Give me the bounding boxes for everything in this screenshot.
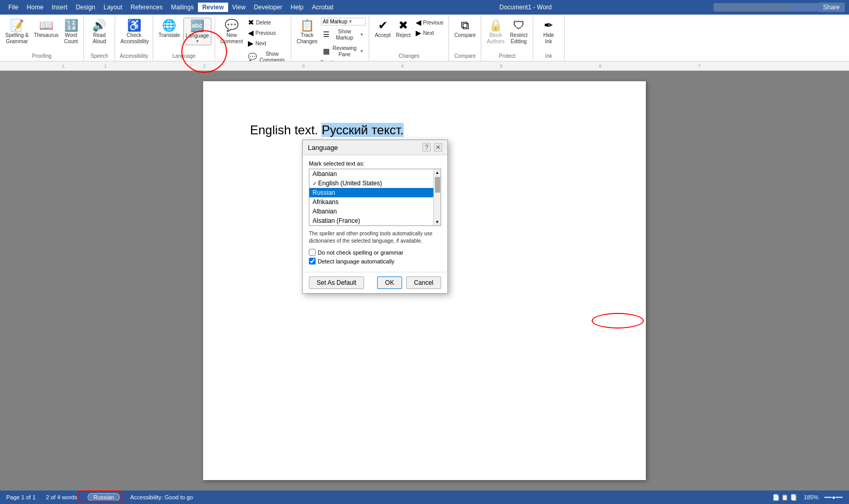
dialog-body: Mark selected text as: Albanian English … [303, 155, 447, 272]
set-as-default-button[interactable]: Set As Default [309, 276, 364, 289]
lang-item-albanian[interactable]: Albanian [309, 207, 441, 216]
lang-item-albanian-top[interactable]: Albanian [309, 169, 441, 179]
do-not-check-input[interactable] [309, 249, 316, 256]
dialog-title: Language [308, 144, 338, 152]
language-scrollbar[interactable]: ▲ ▼ [433, 169, 441, 225]
dialog-info-text: The speller and other proofing tools aut… [309, 230, 441, 245]
scroll-down-arrow[interactable]: ▼ [434, 219, 441, 225]
detect-language-label: Detect language automatically [318, 258, 394, 264]
dialog-controls: ? ✕ [422, 143, 442, 152]
dialog-close-button[interactable]: ✕ [434, 143, 442, 152]
ok-button[interactable]: OK [377, 276, 402, 289]
do-not-check-spelling-checkbox[interactable]: Do not check spelling or grammar [309, 249, 441, 256]
lang-item-russian[interactable]: Russian [309, 188, 441, 197]
scroll-up-arrow[interactable]: ▲ [434, 169, 441, 176]
language-dialog: Language ? ✕ Mark selected text as: Alba… [302, 140, 448, 294]
cancel-button[interactable]: Cancel [406, 276, 441, 289]
dialog-help-button[interactable]: ? [422, 143, 431, 152]
detect-language-checkbox[interactable]: Detect language automatically [309, 258, 441, 264]
dialog-footer: Set As Default OK Cancel [303, 272, 447, 293]
do-not-check-label: Do not check spelling or grammar [318, 249, 403, 256]
dialog-overlay: Language ? ✕ Mark selected text as: Alba… [0, 0, 849, 504]
ok-cancel-group: OK Cancel [377, 276, 441, 289]
lang-item-english[interactable]: English (United States) [309, 179, 441, 188]
lang-item-alsatian[interactable]: Alsatian (France) [309, 216, 441, 225]
language-listbox[interactable]: Albanian English (United States) Russian… [309, 169, 441, 226]
mark-label: Mark selected text as: [309, 160, 441, 167]
language-list: Albanian English (United States) Russian… [309, 169, 441, 225]
lang-item-afrikaans[interactable]: Afrikaans [309, 197, 441, 207]
detect-language-input[interactable] [309, 258, 316, 264]
scroll-thumb[interactable] [435, 177, 440, 193]
russian-highlight-circle [592, 313, 644, 329]
dialog-title-bar: Language ? ✕ [303, 140, 447, 155]
